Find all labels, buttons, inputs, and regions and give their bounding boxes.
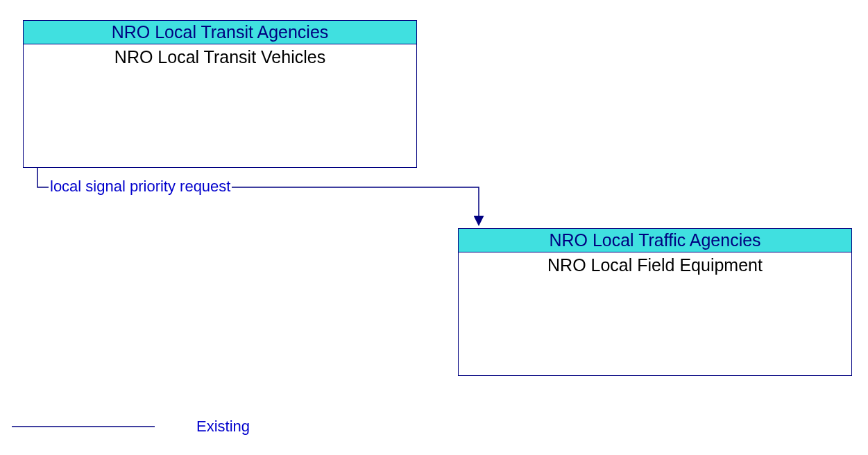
flow-line-signal-priority [37,168,479,224]
entity-box-body: NRO Local Field Equipment [459,252,851,275]
entity-box-transit-vehicles: NRO Local Transit Agencies NRO Local Tra… [23,20,417,168]
legend-label-existing: Existing [196,418,250,436]
entity-box-header: NRO Local Traffic Agencies [459,229,851,252]
flow-label-signal-priority: local signal priority request [49,178,232,196]
entity-box-header: NRO Local Transit Agencies [24,21,416,44]
entity-box-field-equipment: NRO Local Traffic Agencies NRO Local Fie… [458,228,852,376]
entity-box-body: NRO Local Transit Vehicles [24,44,416,67]
